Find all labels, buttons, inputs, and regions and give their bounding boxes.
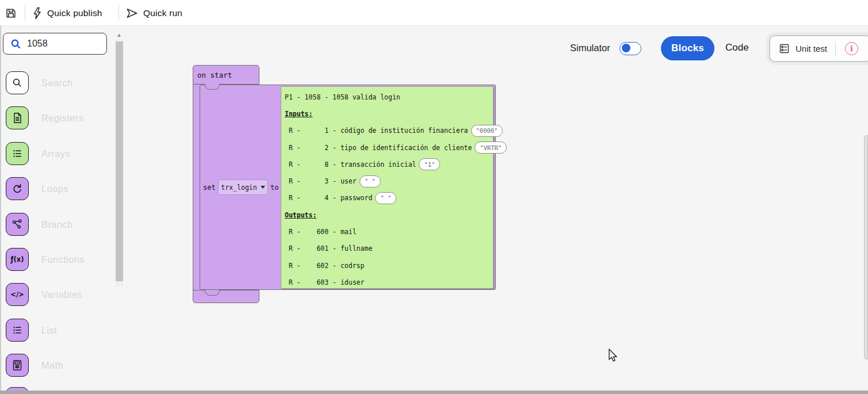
unit-test-divider [835,41,836,56]
branch-icon [6,213,29,236]
blocks-tab-label: Blocks [671,43,704,54]
output-label: R - 602 - codrsp [285,262,364,270]
calculator-icon [6,354,29,377]
output-label: R - 601 - fullname [285,244,372,253]
code-tab[interactable]: Code [725,42,749,53]
sidebar-item-label: Functions [41,254,85,265]
toolbox-search-box[interactable] [3,33,107,55]
blocks-tab[interactable]: Blocks [661,36,714,60]
sidebar-item-label: Variables [41,289,82,300]
input-label: R - 4 - password [285,194,372,202]
chevron-down-icon [261,186,265,189]
input-row: R - 1 - código de institución financiera… [285,123,493,139]
search-category-icon [6,71,29,94]
input-label: R - 1 - código de institución financiera [285,127,468,135]
sidebar-item-label: Math [41,360,63,371]
sidebar-item-label: Search [41,78,73,89]
input-row: R - 2 - tipo de identificación de client… [285,139,493,156]
checklist-icon [779,43,790,54]
transaction-value-block[interactable]: P1 - 1058 - 1058 valida login Inputs: R … [281,86,494,289]
loop-icon [6,177,29,200]
input-row: R - 3 - user " " [285,173,493,189]
variable-name: trx_login [221,183,257,192]
on-start-block[interactable]: on start [193,65,259,85]
input-row: R - 4 - password " " [285,190,493,206]
save-icon [5,7,17,20]
code-brackets-icon: </> [6,283,29,306]
run-icon [126,7,138,20]
document-icon [6,106,29,129]
output-label: R - 600 - mail [285,228,357,236]
input-label: R - 8 - transacción inicial [285,160,416,169]
input-label: R - 2 - tipo de identificación de client… [285,144,472,152]
input-label: R - 3 - user [285,177,357,185]
app-window: Quick publish Quick run ▲ Search [0,0,868,394]
function-icon: ƒ(x) [6,248,29,271]
sidebar-item-label: Arrays [41,148,70,159]
list-icon [6,319,29,342]
to-label: to [270,183,278,192]
quick-publish-label: Quick publish [47,8,102,18]
bottom-scrollbar[interactable] [0,391,868,394]
top-toolbar: Quick publish Quick run [0,0,868,26]
toolbar-divider [25,5,25,21]
variable-dropdown[interactable]: trx_login [218,179,268,195]
unit-test-container: Unit test i [769,35,868,62]
output-row: R - 602 - codrsp [285,257,493,274]
output-row: R - 603 - iduser [285,274,493,290]
sidebar-item-search[interactable]: Search [6,71,73,94]
block-title-row: P1 - 1058 - 1058 valida login [285,89,493,105]
input-value-field[interactable]: "0000" [471,125,503,137]
set-label: set [203,183,216,192]
inputs-header-row: Inputs: [285,105,493,122]
block-title: P1 - 1058 - 1058 valida login [285,93,400,101]
output-row: R - 600 - mail [285,223,493,240]
sidebar-item-variables[interactable]: </> Variables [6,283,82,306]
sidebar-item-list[interactable]: List [6,319,57,342]
toggle-knob [622,44,630,52]
sidebar-item-label: Loops [41,183,68,194]
input-value-field[interactable]: " " [360,175,381,188]
info-icon[interactable]: i [845,42,858,55]
inputs-header: Inputs: [285,110,312,118]
toolbar-divider [118,5,119,21]
outputs-header: Outputs: [285,211,316,219]
quick-run-button[interactable]: Quick run [126,5,182,21]
sidebar-item-registers[interactable]: Registers [6,106,83,129]
sidebar-item-arrays[interactable]: Arrays [6,142,70,165]
sidebar-item-loops[interactable]: Loops [6,177,68,200]
outputs-header-row: Outputs: [285,206,493,223]
lightning-icon [32,7,42,20]
input-row: R - 8 - transacción inicial "1" [285,156,493,173]
search-icon [10,39,21,49]
input-value-field[interactable]: "VRTR" [475,141,507,154]
toolbox-scrollbar-thumb[interactable] [116,41,123,281]
input-value-field[interactable]: "1" [419,158,440,170]
sidebar-item-label: Registers [41,113,83,124]
sidebar-item-functions[interactable]: ƒ(x) Functions [6,248,85,271]
list-icon [6,142,29,165]
toolbox-search-input[interactable] [27,39,90,49]
simulator-label: Simulator [570,43,610,53]
input-value-field[interactable]: " " [375,192,396,204]
sidebar-item-label: Branch [41,219,73,230]
simulator-toggle[interactable] [620,42,641,55]
left-edge-border [0,26,1,391]
sidebar-item-label: List [41,325,57,336]
on-start-block-footer[interactable] [193,290,259,303]
page-scrollbar-thumb[interactable] [864,135,868,359]
quick-run-label: Quick run [143,8,182,18]
save-button[interactable] [5,5,17,21]
mouse-cursor [609,349,621,364]
toolbox-scroll-up-arrow[interactable]: ▲ [116,32,122,38]
quick-publish-button[interactable]: Quick publish [32,5,102,21]
sidebar-item-math[interactable]: Math [6,354,63,377]
unit-test-button[interactable]: Unit test [796,44,827,53]
output-label: R - 603 - iduser [285,278,364,286]
on-start-label: on start [197,71,232,79]
sidebar-item-branch[interactable]: Branch [6,213,73,236]
output-row: R - 601 - fullname [285,240,493,257]
